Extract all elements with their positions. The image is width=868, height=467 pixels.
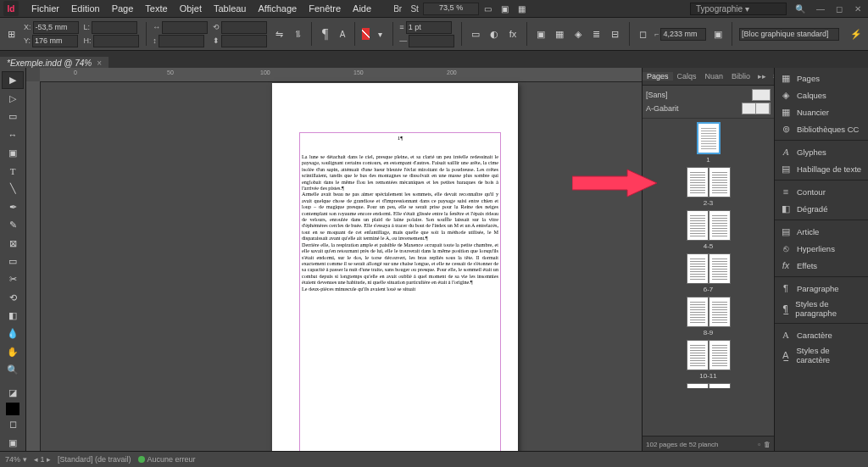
tab-close-icon[interactable]: × bbox=[97, 58, 102, 68]
fx-icon[interactable]: fx bbox=[506, 24, 520, 44]
scale-x-field[interactable] bbox=[162, 21, 208, 34]
close-icon[interactable]: ✕ bbox=[851, 3, 865, 14]
gradient-tool-icon[interactable]: ◧ bbox=[2, 307, 24, 325]
menu-help[interactable]: Aide bbox=[347, 3, 377, 14]
page-thumb-10-11[interactable] bbox=[643, 340, 774, 370]
page-thumb-4-5[interactable] bbox=[643, 210, 774, 241]
corner-icon[interactable]: ◻ bbox=[636, 24, 649, 44]
y-field[interactable] bbox=[32, 35, 78, 47]
status-preflight[interactable]: Aucune erreur bbox=[138, 455, 196, 464]
wrap-jump2-icon[interactable]: ⊟ bbox=[609, 24, 622, 44]
reference-point-icon[interactable]: ⊞ bbox=[5, 24, 19, 44]
trash-icon[interactable]: 🗑 bbox=[764, 441, 771, 448]
dock-glyphs[interactable]: AGlyphes bbox=[775, 143, 868, 160]
dock-char[interactable]: ACaractère bbox=[775, 326, 868, 343]
transform-tool-icon[interactable]: ⟲ bbox=[2, 289, 24, 307]
master-gabarit[interactable]: A-Gabarit bbox=[646, 102, 771, 115]
stroke-weight-field[interactable] bbox=[406, 21, 452, 34]
menu-table[interactable]: Tableau bbox=[208, 3, 253, 14]
line-tool-icon[interactable]: ╲ bbox=[2, 180, 24, 197]
dock-cc-libs[interactable]: ⊚Bibliothèques CC bbox=[775, 120, 868, 137]
page-thumb-8-9[interactable] bbox=[643, 297, 774, 327]
rect-frame-tool-icon[interactable]: ⊠ bbox=[2, 234, 24, 252]
scale-y-field[interactable] bbox=[159, 35, 204, 47]
fill-stroke-icon[interactable]: ◪ bbox=[2, 384, 24, 402]
dock-paragraph[interactable]: ¶Paragraphe bbox=[775, 280, 868, 297]
dock-layers[interactable]: ◈Calques bbox=[775, 86, 868, 103]
page-spread[interactable]: 1¶ La lune se détachait dans le ciel, pr… bbox=[272, 83, 518, 452]
h-field[interactable] bbox=[93, 35, 139, 47]
bridge-icon[interactable]: Br bbox=[389, 2, 406, 15]
direct-select-tool-icon[interactable]: ▷ bbox=[2, 89, 24, 107]
menu-object[interactable]: Objet bbox=[174, 3, 208, 14]
menu-view[interactable]: Affichage bbox=[253, 3, 303, 14]
content-collector-icon[interactable]: ▣ bbox=[2, 144, 24, 162]
page-thumb-6-7[interactable] bbox=[643, 253, 774, 284]
dock-stroke[interactable]: ≡Contour bbox=[775, 183, 868, 200]
fit-content-icon[interactable]: ▣ bbox=[711, 24, 725, 44]
wrap-shape-icon[interactable]: ◈ bbox=[571, 24, 585, 44]
status-zoom[interactable]: 74% ▾ bbox=[5, 455, 27, 464]
eyedropper-tool-icon[interactable]: 💧 bbox=[2, 325, 24, 342]
page-tool-icon[interactable]: ▭ bbox=[2, 108, 24, 125]
fill-dropdown-icon[interactable]: ▾ bbox=[375, 27, 386, 41]
menu-window[interactable]: Fenêtre bbox=[303, 3, 347, 14]
screen-mode-icon[interactable]: ▣ bbox=[496, 2, 513, 15]
arrange-icon[interactable]: ▦ bbox=[513, 2, 530, 15]
quick-apply-icon[interactable]: ⚡ bbox=[849, 24, 863, 44]
wrap-none-icon[interactable]: ▣ bbox=[534, 24, 548, 44]
opacity-icon[interactable]: ◐ bbox=[487, 24, 501, 44]
pencil-tool-icon[interactable]: ✎ bbox=[2, 216, 24, 234]
flip-v-icon[interactable]: ⥮ bbox=[291, 24, 304, 44]
x-field[interactable] bbox=[33, 21, 79, 34]
page-thumb-1[interactable] bbox=[697, 122, 721, 154]
search-icon[interactable]: 🔍 bbox=[792, 2, 809, 15]
fill-swatch[interactable] bbox=[362, 28, 370, 40]
hand-tool-icon[interactable]: ✋ bbox=[2, 343, 24, 361]
wrap-bbox-icon[interactable]: ▦ bbox=[553, 24, 566, 44]
dock-effects[interactable]: fxEffets bbox=[775, 257, 868, 274]
status-page-nav[interactable]: ◂ 1 ▸ bbox=[34, 455, 51, 464]
page-thumb-2-3[interactable] bbox=[643, 167, 774, 197]
rotate-field[interactable] bbox=[221, 21, 267, 34]
dock-para-styles[interactable]: ¶̲Styles de paragraphe bbox=[775, 297, 868, 320]
shear-field[interactable] bbox=[221, 35, 267, 47]
effects-icon[interactable]: ▭ bbox=[469, 24, 482, 44]
dock-article[interactable]: ▤Article bbox=[775, 223, 868, 240]
screen-mode-tool-icon[interactable]: ▣ bbox=[2, 434, 24, 452]
paragraph-icon[interactable]: ¶ bbox=[319, 24, 332, 44]
scissors-tool-icon[interactable]: ✂ bbox=[2, 270, 24, 288]
menu-page[interactable]: Page bbox=[106, 3, 140, 14]
type-tool-icon[interactable]: T bbox=[2, 162, 24, 180]
char-mode-icon[interactable]: A bbox=[337, 27, 348, 41]
flip-h-icon[interactable]: ⇋ bbox=[272, 24, 286, 44]
gap-tool-icon[interactable]: ↔ bbox=[2, 125, 24, 143]
dock-char-styles[interactable]: A̲Styles de caractère bbox=[775, 343, 868, 367]
corner-radius-field[interactable] bbox=[660, 28, 706, 41]
page-thumb-more[interactable] bbox=[643, 383, 774, 388]
master-none[interactable]: [Sans] bbox=[646, 88, 771, 102]
canvas[interactable]: 0 50 100 150 200 1¶ La lune se détachait… bbox=[26, 68, 642, 452]
apply-color-icon[interactable] bbox=[6, 403, 19, 416]
dock-hyperlinks[interactable]: ⎋Hyperliens bbox=[775, 240, 868, 257]
tab-cc[interactable]: Biblio bbox=[727, 72, 754, 81]
zoom-tool-icon[interactable]: 🔍 bbox=[2, 361, 24, 379]
format-container-icon[interactable]: ◻ bbox=[2, 415, 24, 433]
stock-icon[interactable]: St bbox=[406, 2, 423, 15]
text-frame[interactable]: 1¶ La lune se détachait dans le ciel, pr… bbox=[299, 132, 501, 452]
dock-gradient[interactable]: ◧Dégradé bbox=[775, 200, 868, 217]
new-page-icon[interactable]: ▫ bbox=[758, 441, 760, 448]
menu-file[interactable]: Fichier bbox=[25, 3, 65, 14]
maximize-icon[interactable]: ◻ bbox=[832, 3, 846, 14]
panel-expand-icon[interactable]: ▸▸ bbox=[754, 72, 770, 81]
zoom-field[interactable]: 73,5 % bbox=[423, 3, 479, 15]
menu-edit[interactable]: Edition bbox=[65, 3, 106, 14]
dock-pages[interactable]: ▦Pages bbox=[775, 69, 868, 86]
view-mode-icon[interactable]: ▭ bbox=[479, 2, 496, 15]
minimize-icon[interactable]: — bbox=[814, 3, 827, 14]
selection-tool-icon[interactable]: ▶ bbox=[2, 71, 24, 89]
stroke-style-field[interactable] bbox=[409, 35, 454, 47]
menu-text[interactable]: Texte bbox=[139, 3, 173, 14]
rect-tool-icon[interactable]: ▭ bbox=[2, 253, 24, 270]
tab-pages[interactable]: Pages bbox=[643, 72, 673, 81]
